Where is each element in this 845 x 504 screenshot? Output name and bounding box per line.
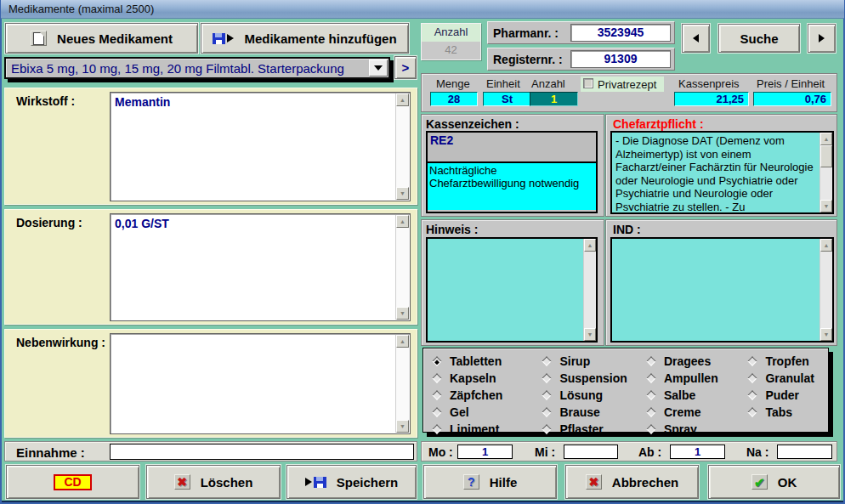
scroll-up-icon[interactable]: ▲	[584, 239, 596, 252]
anzahl-field[interactable]: 1	[530, 92, 578, 106]
radio-option-zäpfchen[interactable]: Zäpfchen	[432, 387, 542, 404]
vertical-scrollbar[interactable]: ▲ ▼	[583, 239, 596, 341]
scroll-down-icon[interactable]: ▼	[396, 187, 409, 200]
pharmanr-field[interactable]: 3523945	[570, 24, 671, 42]
medication-combobox[interactable]: Ebixa 5 mg, 10 mg, 15 mg, 20 mg Filmtabl…	[4, 57, 390, 79]
nebenwirkung-textbox[interactable]: ▲ ▼	[110, 333, 411, 434]
ab-input[interactable]	[670, 445, 725, 459]
radio-option-tabs[interactable]: Tabs	[747, 404, 828, 421]
vertical-scrollbar[interactable]: ▲ ▼	[819, 239, 832, 341]
radio-option-brause[interactable]: Brause	[542, 404, 645, 421]
radio-option-label: Liniment	[450, 422, 499, 436]
radio-option-suspension[interactable]: Suspension	[542, 370, 645, 387]
kassenpreis-label: Kassenpreis	[678, 77, 740, 90]
wirkstoff-textbox[interactable]: Memantin ▲ ▼	[110, 92, 411, 201]
radio-option-label: Pflaster	[559, 422, 603, 436]
scroll-up-icon[interactable]: ▲	[396, 215, 409, 228]
search-button[interactable]: Suche	[718, 24, 800, 53]
delete-button[interactable]: ✖ Löschen	[146, 465, 281, 499]
vertical-scrollbar[interactable]: ▲ ▼	[395, 93, 409, 200]
radio-option-label: Brause	[559, 405, 599, 419]
einnahme-input[interactable]	[110, 444, 414, 460]
vertical-scrollbar[interactable]: ▲ ▼	[819, 133, 832, 212]
scroll-up-icon[interactable]: ▲	[396, 335, 409, 348]
mo-input[interactable]	[457, 445, 513, 459]
scroll-up-icon[interactable]: ▲	[820, 133, 832, 145]
radio-option-label: Tabs	[765, 405, 792, 419]
radio-option-granulat[interactable]: Granulat	[747, 370, 828, 387]
nebenwirkung-label: Nebenwirkung :	[16, 336, 105, 349]
save-button[interactable]: Speichern	[286, 465, 417, 499]
menge-field[interactable]: 28	[430, 92, 478, 106]
radio-option-creme[interactable]: Creme	[646, 404, 747, 421]
radio-option-tabletten[interactable]: Tabletten	[432, 353, 542, 370]
radio-diamond-icon	[646, 356, 655, 365]
na-input[interactable]	[777, 445, 832, 459]
titlebar[interactable]: Medikamente (maximal 2500)	[1, 0, 844, 19]
radio-diamond-icon	[432, 356, 441, 365]
radio-diamond-icon	[432, 390, 441, 399]
add-medication-button[interactable]: Medikamente hinzufügen	[201, 23, 409, 54]
question-mark-icon: ?	[463, 474, 479, 490]
mi-input[interactable]	[564, 445, 618, 459]
scroll-down-icon[interactable]: ▼	[584, 328, 596, 341]
radio-option-label: Suspension	[559, 371, 627, 385]
radio-option-salbe[interactable]: Salbe	[646, 387, 747, 404]
radio-option-liniment[interactable]: Liniment	[432, 421, 542, 438]
radio-option-ampullen[interactable]: Ampullen	[646, 370, 747, 387]
arrow-left-icon	[693, 34, 699, 42]
chefarztpflicht-text: - Die Diagnose DAT (Demenz vom Alzheimer…	[615, 134, 816, 211]
scroll-up-icon[interactable]: ▲	[396, 93, 409, 106]
preis-einheit-field[interactable]: 0,76	[753, 92, 831, 106]
ind-textbox[interactable]: ▲ ▼	[610, 237, 834, 343]
dosierung-text: 0,01 G/ST	[115, 217, 392, 319]
arrow-right-icon	[819, 34, 825, 42]
scroll-down-icon[interactable]: ▼	[820, 328, 832, 341]
scroll-down-icon[interactable]: ▼	[396, 420, 409, 433]
radio-option-pflaster[interactable]: Pflaster	[542, 421, 645, 438]
scroll-down-icon[interactable]: ▼	[820, 200, 832, 212]
kassenpreis-field[interactable]: 21,25	[674, 92, 749, 106]
einheit-field[interactable]: St	[483, 92, 531, 106]
search-next-button[interactable]	[808, 24, 836, 53]
cd-button[interactable]: CD	[6, 465, 139, 499]
radio-diamond-icon	[748, 356, 757, 365]
cancel-button[interactable]: ✖ Abbrechen	[565, 465, 699, 499]
radio-option-sirup[interactable]: Sirup	[542, 353, 645, 370]
radio-option-label: Gel	[450, 405, 469, 419]
pricing-panel: Menge Einheit Anzahl Privatrezept Kassen…	[421, 73, 837, 112]
dose-times-row: Mo : Mi : Ab : Na :	[421, 441, 837, 462]
radio-option-spray[interactable]: Spray	[646, 421, 747, 438]
scroll-up-icon[interactable]: ▲	[820, 239, 832, 252]
scroll-down-icon[interactable]: ▼	[396, 307, 409, 320]
dosierung-textbox[interactable]: 0,01 G/ST ▲ ▼	[110, 213, 411, 321]
mo-label: Mo :	[428, 445, 453, 459]
vertical-scrollbar[interactable]: ▲ ▼	[395, 335, 409, 433]
medication-expand-button[interactable]: >	[394, 56, 417, 79]
radio-option-tropfen[interactable]: Tropfen	[747, 353, 828, 370]
radio-option-puder[interactable]: Puder	[747, 387, 828, 404]
radio-option-gel[interactable]: Gel	[432, 404, 542, 421]
radio-option-dragees[interactable]: Dragees	[646, 353, 747, 370]
vertical-scrollbar[interactable]: ▲ ▼	[395, 215, 409, 320]
radio-diamond-icon	[542, 373, 552, 382]
radio-option-label: Spray	[664, 422, 697, 436]
registernr-field[interactable]: 91309	[570, 50, 671, 68]
radio-option-kapseln[interactable]: Kapseln	[432, 370, 542, 387]
hinweis-textbox[interactable]: ▲ ▼	[426, 237, 598, 343]
new-medication-button[interactable]: Neues Medikament	[5, 23, 198, 54]
kassenzeichen-code[interactable]: RE2	[428, 133, 596, 163]
kassenzeichen-box: RE2 Nachträgliche Chefarztbewilligung no…	[426, 131, 598, 213]
radio-option-label: Creme	[664, 405, 701, 419]
help-button[interactable]: ? Hilfe	[423, 465, 557, 499]
search-prev-button[interactable]	[682, 24, 710, 53]
combobox-dropdown-button[interactable]	[369, 59, 388, 76]
radio-option-label: Dragees	[664, 354, 711, 368]
chefarztpflicht-textbox[interactable]: - Die Diagnose DAT (Demenz vom Alzheimer…	[610, 131, 834, 214]
red-x-icon: ✖	[174, 474, 190, 490]
scroll-thumb[interactable]	[820, 145, 832, 167]
ok-button[interactable]: ✔ OK	[708, 465, 840, 499]
radio-diamond-icon	[748, 373, 757, 382]
radio-option-lösung[interactable]: Lösung	[542, 387, 645, 404]
privatrezept-checkbox[interactable]	[583, 78, 593, 88]
